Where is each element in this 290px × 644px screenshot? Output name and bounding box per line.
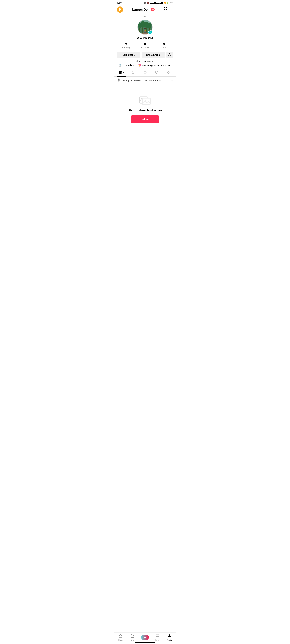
signal-icon: ▃▄▅▆ xyxy=(150,2,156,4)
grid-icon xyxy=(119,70,122,75)
notification-badge[interactable]: 9+ xyxy=(151,8,155,11)
charity-icon: 💝 xyxy=(138,64,142,67)
svg-rect-31 xyxy=(146,30,146,30)
share-profile-button[interactable]: Share profile xyxy=(142,52,165,58)
camera-icon: 🎥 xyxy=(144,2,146,4)
battery-icon: 🔋 70% xyxy=(166,2,173,4)
empty-state: Share a throwback video Upload xyxy=(114,84,176,129)
profile-section: her xyxy=(114,14,176,69)
svg-point-33 xyxy=(169,54,170,55)
svg-rect-28 xyxy=(144,32,145,33)
qr-code-icon[interactable] xyxy=(164,7,168,12)
svg-rect-38 xyxy=(122,71,122,72)
menu-icon[interactable] xyxy=(170,7,173,12)
stories-banner-left: View expired Stories in "Your private vi… xyxy=(117,78,161,82)
stats-row: 3 Following 0 Followers 0 Likes xyxy=(117,42,173,49)
wifi-icon: 📶 xyxy=(164,2,166,4)
avatar-p-button[interactable]: P xyxy=(117,6,123,13)
stat-following[interactable]: 3 Following xyxy=(117,42,136,49)
followers-count: 0 xyxy=(144,42,146,46)
svg-rect-4 xyxy=(166,8,167,8)
status-bar: 8:57 🎥 🔇 ▃▄▅▆ ▃▄▅▆ 📶 🔋 70% xyxy=(114,0,176,5)
upload-icon xyxy=(117,78,120,82)
tab-grid[interactable]: ▾ xyxy=(116,69,128,76)
empty-state-title: Share a throwback video xyxy=(128,109,162,112)
header-username: Lauren Deli xyxy=(132,8,150,12)
svg-rect-42 xyxy=(120,73,122,74)
grid-dropdown-arrow: ▾ xyxy=(123,72,124,74)
svg-rect-50 xyxy=(142,98,150,104)
mute-icon: 🔇 xyxy=(146,2,149,4)
svg-point-23 xyxy=(148,23,152,28)
orders-label: Your orders xyxy=(122,64,134,67)
tab-private[interactable] xyxy=(128,69,139,76)
edit-profile-button[interactable]: Edit profile xyxy=(117,52,140,58)
stat-likes[interactable]: 0 Likes xyxy=(154,42,173,49)
svg-rect-39 xyxy=(120,72,120,73)
action-buttons: Edit profile Share profile xyxy=(117,52,173,58)
stories-close-button[interactable]: ✕ xyxy=(171,79,173,82)
tab-liked[interactable] xyxy=(162,69,174,76)
content-tabs: ▾ xyxy=(114,69,176,76)
tag-icon xyxy=(155,70,158,75)
following-label: Following xyxy=(122,46,130,49)
profile-handle: @lauren.deli3 xyxy=(137,37,153,40)
repost-icon xyxy=(143,70,147,75)
header-right xyxy=(164,7,173,12)
add-friend-button[interactable] xyxy=(166,52,173,58)
profile-pronoun: her xyxy=(144,15,146,18)
upload-button[interactable]: Upload xyxy=(131,116,159,123)
supporting-label: Supporting: Save the Children xyxy=(142,64,172,67)
tab-repost[interactable] xyxy=(139,69,151,76)
divider: | xyxy=(136,64,136,67)
svg-rect-36 xyxy=(120,71,120,72)
status-icons: 🎥 🔇 ▃▄▅▆ ▃▄▅▆ 📶 🔋 70% xyxy=(144,2,173,4)
status-time: 8:57 xyxy=(117,2,122,4)
cart-icon: 🛒 xyxy=(119,64,122,67)
stories-banner: View expired Stories in "Your private vi… xyxy=(114,76,176,84)
followers-label: Followers xyxy=(140,46,150,49)
add-story-button[interactable]: + xyxy=(148,30,152,34)
lock-icon xyxy=(132,70,135,75)
avatar-container[interactable]: + xyxy=(138,20,152,35)
stories-banner-text: View expired Stories in "Your private vi… xyxy=(121,79,161,82)
svg-rect-40 xyxy=(120,72,122,73)
following-count: 3 xyxy=(125,42,127,46)
likes-label: Likes xyxy=(162,46,166,49)
svg-point-32 xyxy=(144,28,146,29)
svg-rect-37 xyxy=(120,71,122,72)
svg-rect-43 xyxy=(132,72,134,74)
svg-rect-5 xyxy=(164,10,165,10)
stat-followers[interactable]: 0 Followers xyxy=(136,42,154,49)
tab-tagged[interactable] xyxy=(151,69,162,76)
header-center: Lauren Deli 9+ xyxy=(132,8,155,12)
signal-icon-2: ▃▄▅▆ xyxy=(156,2,162,4)
svg-rect-29 xyxy=(145,32,146,33)
supporting-link[interactable]: 💝 Supporting: Save the Children xyxy=(138,64,172,67)
orders-link[interactable]: 🛒 Your orders xyxy=(119,64,134,67)
liked-icon xyxy=(167,70,170,75)
svg-rect-41 xyxy=(120,73,120,74)
likes-count: 0 xyxy=(163,42,165,46)
bio-text: I love adventure!!!! xyxy=(136,60,154,62)
svg-rect-3 xyxy=(164,8,165,8)
header: P Lauren Deli 9+ xyxy=(114,5,176,14)
profile-links: 🛒 Your orders | 💝 Supporting: Save the C… xyxy=(119,64,172,67)
svg-rect-30 xyxy=(144,30,144,30)
empty-photos-icon xyxy=(139,94,151,106)
